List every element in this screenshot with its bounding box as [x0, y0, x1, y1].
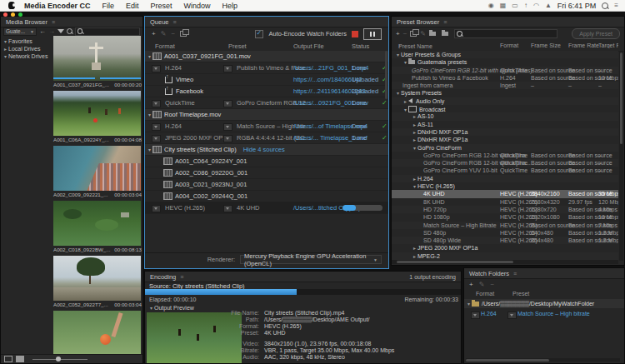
preset-row[interactable]: GoPro CineForm RGB 12-bit with alpha (Al…: [392, 67, 618, 74]
queue-stitch-source-row[interactable]: A001_C064_09224Y_001: [145, 156, 388, 167]
preset-dropdown[interactable]: [223, 100, 232, 107]
export-preset-icon[interactable]: [442, 32, 448, 36]
tree-item-local-drives[interactable]: Local Drives: [1, 45, 52, 52]
thumbnail-size-slider[interactable]: [32, 359, 88, 360]
preset-row[interactable]: SD 480p WideHEVC (H.265)854x480Based on …: [392, 237, 618, 244]
menu-preset[interactable]: Preset: [151, 2, 172, 10]
panel-menu-icon[interactable]: [180, 274, 183, 280]
thumbnail-view-icon[interactable]: [16, 356, 24, 362]
queue-publish-row[interactable]: Vimeo https://...com/184066142 Uploaded: [145, 74, 388, 86]
queue-output-row[interactable]: QuickTime GoPro Cineform RGB 12... /User…: [145, 97, 388, 109]
preset-dropdown[interactable]: [223, 65, 232, 72]
panel-menu-icon[interactable]: [173, 19, 177, 25]
preset-row-selected[interactable]: 4K UHDHEVC (H.265)3840x2160Based on sour…: [392, 190, 618, 197]
add-watch-folder-icon[interactable]: +: [469, 281, 473, 288]
slider-knob[interactable]: [56, 357, 61, 362]
edit-icon[interactable]: [161, 30, 167, 37]
preset-dropdown[interactable]: [223, 205, 232, 212]
queue-publish-row[interactable]: Facebook https://...24119614602283 Uploa…: [145, 86, 388, 97]
preset-group-row[interactable]: H.264: [392, 175, 618, 182]
preset-settings-icon[interactable]: [420, 30, 426, 37]
column-frame-size[interactable]: Frame Size: [531, 42, 561, 48]
output-format[interactable]: HEVC (H.265): [165, 204, 205, 212]
updates-extra-icon[interactable]: ↑: [524, 2, 528, 10]
output-preset[interactable]: 4K UHD: [237, 204, 260, 212]
edit-icon[interactable]: [479, 281, 485, 288]
preset-group-row[interactable]: DNxHR MXF OP1a: [392, 136, 618, 143]
stop-queue-icon[interactable]: [352, 31, 358, 37]
chevron-down-icon[interactable]: [147, 53, 152, 59]
preset-group-row[interactable]: JPEG 2000 MXF OP1a: [392, 244, 618, 252]
preset-row[interactable]: GoPro CineForm RGB 12-bit with alphaQuic…: [392, 152, 618, 159]
preset-group-row[interactable]: AS-10: [392, 112, 618, 120]
output-format[interactable]: H.264: [165, 64, 182, 72]
filter-icon[interactable]: [58, 29, 64, 33]
menu-app-name[interactable]: Media Encoder CC: [24, 2, 91, 10]
preset-group-row[interactable]: HEVC (H.265): [392, 182, 618, 190]
preset-section-row[interactable]: System Presets: [392, 89, 618, 97]
preset-group-row[interactable]: MPEG-2: [392, 252, 618, 260]
preset-vertical-scrollbar[interactable]: [619, 51, 623, 261]
menu-file[interactable]: File: [102, 2, 115, 10]
format-dropdown[interactable]: [152, 65, 161, 72]
forward-button[interactable]: →: [48, 28, 55, 35]
format-dropdown[interactable]: [152, 100, 161, 107]
queue-stitch-source-row[interactable]: A003_C021_0923NJ_001: [145, 179, 388, 191]
preset-dropdown[interactable]: [508, 312, 517, 319]
menu-help[interactable]: Help: [222, 2, 238, 10]
queue-source-row[interactable]: City streets (Stitched Clip) Hide 4 sour…: [145, 144, 388, 156]
watch-horizontal-scrollbar[interactable]: [466, 358, 620, 362]
window-zoom-button[interactable]: [18, 12, 22, 17]
preset-dropdown[interactable]: [223, 123, 232, 131]
preset-folder-row[interactable]: Guatemala presets: [392, 58, 618, 66]
watch-folder-row[interactable]: /Users/▒▒▒▒▒▒▒/Desktop/MyWatchFolder: [464, 299, 624, 308]
remove-preset-icon[interactable]: −: [403, 30, 408, 37]
preset-row[interactable]: GoPro CineForm RGB 12-bit with alpha...Q…: [392, 159, 618, 167]
media-clip-thumbnail-ball[interactable]: [53, 311, 141, 356]
list-view-icon[interactable]: [4, 356, 12, 362]
wifi-icon[interactable]: ◠: [533, 2, 539, 10]
media-clip-thumbnail-soccer[interactable]: [53, 91, 141, 136]
queue-output-row[interactable]: H.264 Match Source – High bitr... /Users…: [145, 121, 388, 132]
queue-source-row[interactable]: A001_C037_0921FG_001.mov: [145, 51, 388, 62]
new-group-icon[interactable]: [410, 31, 417, 37]
chevron-down-icon[interactable]: [466, 301, 472, 307]
pause-queue-button[interactable]: [363, 28, 382, 40]
preset-group-row[interactable]: AS-11: [392, 121, 618, 128]
watch-format[interactable]: H.264: [481, 311, 497, 317]
menu-edit[interactable]: Edit: [126, 2, 139, 10]
column-frame-rate[interactable]: Frame Rate: [568, 42, 599, 48]
preset-row[interactable]: HD 720pHEVC (H.265)1280x720Based on sour…: [392, 206, 618, 213]
display-extra-icon[interactable]: ▭: [512, 2, 518, 10]
format-dropdown[interactable]: [471, 312, 480, 319]
queue-stitch-source-row[interactable]: A004_C002_09244Q_001: [145, 191, 388, 202]
preset-group-row[interactable]: GoPro CineForm: [392, 144, 618, 152]
media-clip-thumbnail-cross[interactable]: [53, 36, 141, 81]
devices-extra-icon[interactable]: ▦: [500, 2, 507, 10]
window-close-button[interactable]: [3, 12, 8, 17]
media-clip-thumbnail-jungle[interactable]: [53, 201, 141, 246]
preset-row[interactable]: GoPro CineForm YUV 10-bitQuickTimeBased …: [392, 167, 618, 174]
queue-output-row[interactable]: JPEG 2000 MXF OP1a RGBA 4:4:4:4 12-bit (…: [145, 132, 388, 144]
menu-window[interactable]: Window: [184, 2, 211, 10]
renderer-dropdown[interactable]: Mercury Playback Engine GPU Acceleration…: [240, 255, 382, 264]
output-format[interactable]: H.264: [165, 122, 182, 130]
panel-menu-icon[interactable]: [52, 19, 55, 25]
format-dropdown[interactable]: [152, 123, 161, 131]
queue-stitch-source-row[interactable]: A002_C086_09220G_001: [145, 167, 388, 179]
preset-folder-row[interactable]: Broadcast: [392, 105, 618, 112]
window-minimize-button[interactable]: [11, 12, 15, 17]
chevron-down-icon[interactable]: [147, 147, 152, 152]
queue-output-row[interactable]: H.264 Publish to Vimeo & Face... /Users/…: [145, 62, 388, 74]
preset-row[interactable]: Publish to Vimeo & FacebookH.264Based on…: [392, 74, 618, 82]
format-dropdown[interactable]: [152, 135, 161, 142]
scrub-bar[interactable]: [53, 77, 141, 80]
eject-icon[interactable]: ▲: [545, 2, 552, 10]
preset-row[interactable]: 8K UHDHEVC (H.265)7680x432029.97 fps120 …: [392, 198, 618, 206]
preset-folder-row[interactable]: Audio Only: [392, 97, 618, 105]
output-format[interactable]: JPEG 2000 MXF OP1a: [165, 134, 230, 142]
camera-extra-icon[interactable]: ◉: [488, 2, 494, 10]
duplicate-icon[interactable]: [180, 31, 187, 37]
zoom-tool-icon[interactable]: [67, 28, 72, 34]
chevron-down-icon[interactable]: [147, 112, 152, 117]
